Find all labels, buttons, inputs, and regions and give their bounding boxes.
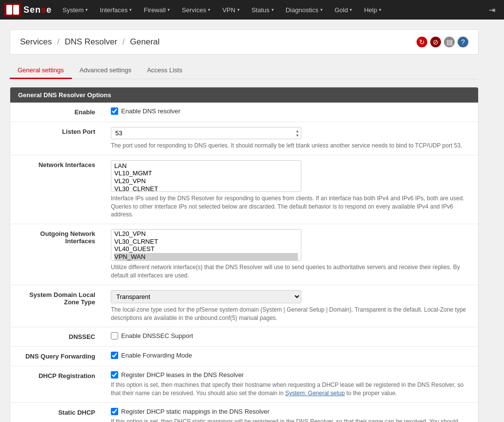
firewall-caret: ▾	[168, 7, 170, 12]
row-dns-query-forwarding: DNS Query Forwarding Enable Forwarding M…	[10, 347, 478, 366]
label-static-dhcp: Static DHCP	[10, 402, 103, 422]
value-network-interfaces: LAN VL10_MGMT VL20_VPN VL30_CLRNET Inter…	[103, 155, 478, 224]
interfaces-caret: ▾	[129, 7, 132, 12]
tabs-bar: General settings Advanced settings Acces…	[10, 63, 479, 79]
value-listen-port: ▲ ▼ The port used for responding to DNS …	[103, 122, 478, 155]
vpn-caret: ▾	[237, 7, 240, 12]
value-enable: Enable DNS resolver	[103, 103, 478, 122]
row-system-domain-zone-type: System Domain Local Zone Type Transparen…	[10, 285, 478, 327]
help-caret: ▾	[379, 7, 381, 12]
nav-services[interactable]: Services ▾	[176, 0, 216, 20]
form-table: Enable Enable DNS resolver Listen Port	[10, 103, 478, 422]
brand-name: Sense	[23, 5, 52, 15]
tab-advanced[interactable]: Advanced settings	[72, 63, 139, 79]
dns-query-forwarding-checkbox[interactable]	[111, 352, 118, 359]
navbar: Sense System ▾ Interfaces ▾ Firewall ▾ S…	[0, 0, 504, 20]
reload-button[interactable]: ↻	[417, 37, 427, 47]
spinner-arrows[interactable]: ▲ ▼	[295, 129, 299, 138]
tab-access-lists[interactable]: Access Lists	[139, 63, 190, 79]
label-dns-query-forwarding: DNS Query Forwarding	[10, 347, 103, 366]
log-button[interactable]: ▤	[444, 37, 455, 47]
value-outgoing-network-interfaces: VL20_VPN VL30_CLRNET VL40_GUEST VPN_WAN …	[103, 224, 478, 285]
value-system-domain-zone-type: Transparent The local-zone type used for…	[103, 285, 478, 327]
listen-port-input[interactable]	[111, 127, 301, 139]
row-dhcp-registration: DHCP Registration Register DHCP leases i…	[10, 366, 478, 403]
static-dhcp-help: If this option is set, then DHCP static …	[111, 418, 470, 422]
outgoing-interfaces-help: Utilize different network interface(s) t…	[111, 263, 470, 280]
label-dnssec: DNSSEC	[10, 327, 103, 347]
help-button[interactable]: ?	[458, 37, 468, 47]
row-network-interfaces: Network Interfaces LAN VL10_MGMT VL20_VP…	[10, 155, 478, 224]
network-interfaces-help: Interface IPs used by the DNS Resolver f…	[111, 194, 470, 219]
stop-button[interactable]: ⊘	[430, 37, 441, 47]
row-dnssec: DNSSEC Enable DNSSEC Support	[10, 327, 478, 347]
breadcrumb-part-2: DNS Resolver	[64, 37, 117, 46]
row-outgoing-network-interfaces: Outgoing Network Interfaces VL20_VPN VL3…	[10, 224, 478, 285]
main-content: General DNS Resolver Options Enable Enab…	[10, 87, 479, 422]
zone-type-select[interactable]: Transparent	[111, 290, 301, 303]
brand: Sense	[4, 3, 52, 17]
svg-rect-2	[6, 9, 12, 15]
breadcrumb: Services / DNS Resolver / General	[20, 37, 160, 47]
breadcrumb-actions: ↻ ⊘ ▤ ?	[417, 37, 468, 47]
nav-items: System ▾ Interfaces ▾ Firewall ▾ Service…	[57, 0, 484, 20]
nav-diagnostics[interactable]: Diagnostics ▾	[280, 0, 329, 20]
svg-rect-3	[13, 9, 19, 15]
tab-general[interactable]: General settings	[10, 63, 72, 79]
breadcrumb-bar: Services / DNS Resolver / General ↻ ⊘ ▤ …	[10, 29, 479, 55]
value-dns-query-forwarding: Enable Forwarding Mode	[103, 347, 478, 366]
nav-gold[interactable]: Gold ▾	[329, 0, 358, 20]
status-caret: ▾	[272, 7, 274, 12]
row-listen-port: Listen Port ▲ ▼ The port used for respon…	[10, 122, 478, 155]
label-network-interfaces: Network Interfaces	[10, 155, 103, 224]
label-outgoing-network-interfaces: Outgoing Network Interfaces	[10, 224, 103, 285]
static-dhcp-checkbox[interactable]	[111, 408, 118, 415]
dhcp-registration-link[interactable]: System: General setup	[285, 390, 345, 397]
zone-type-help: The local-zone type used for the pfSense…	[111, 306, 470, 322]
label-dhcp-registration: DHCP Registration	[10, 366, 103, 403]
value-static-dhcp: Register DHCP static mappings in the DNS…	[103, 402, 478, 422]
label-listen-port: Listen Port	[10, 122, 103, 155]
breadcrumb-part-1: Services	[20, 37, 52, 46]
value-dnssec: Enable DNSSEC Support	[103, 327, 478, 347]
network-interfaces-select[interactable]: LAN VL10_MGMT VL20_VPN VL30_CLRNET	[111, 160, 301, 192]
dnssec-checkbox[interactable]	[111, 332, 118, 339]
logo	[4, 3, 21, 17]
nav-system[interactable]: System ▾	[57, 0, 94, 20]
value-dhcp-registration: Register DHCP leases in the DNS Resolver…	[103, 366, 478, 403]
breadcrumb-sep-1: /	[57, 37, 60, 46]
nav-interfaces[interactable]: Interfaces ▾	[94, 0, 138, 20]
breadcrumb-part-3: General	[130, 37, 159, 46]
diagnostics-caret: ▾	[320, 7, 323, 12]
system-caret: ▾	[85, 7, 88, 12]
listen-port-help: The port used for responding to DNS quer…	[111, 142, 470, 150]
dhcp-registration-help: If this option is set, then machines tha…	[111, 381, 470, 398]
label-enable: Enable	[10, 103, 103, 122]
logout-button[interactable]: ⇥	[484, 5, 500, 15]
breadcrumb-sep-2: /	[123, 37, 125, 46]
services-caret: ▾	[208, 7, 210, 12]
nav-vpn[interactable]: VPN ▾	[216, 0, 246, 20]
outgoing-network-interfaces-select[interactable]: VL20_VPN VL30_CLRNET VL40_GUEST VPN_WAN	[111, 229, 301, 261]
section-header: General DNS Resolver Options	[10, 87, 478, 103]
enable-checkbox[interactable]	[111, 107, 118, 115]
label-system-domain-zone-type: System Domain Local Zone Type	[10, 285, 103, 327]
row-enable: Enable Enable DNS resolver	[10, 103, 478, 122]
nav-help[interactable]: Help ▾	[358, 0, 387, 20]
nav-status[interactable]: Status ▾	[246, 0, 280, 20]
dhcp-registration-checkbox[interactable]	[111, 371, 118, 379]
nav-firewall[interactable]: Firewall ▾	[138, 0, 176, 20]
gold-caret: ▾	[350, 7, 352, 12]
row-static-dhcp: Static DHCP Register DHCP static mapping…	[10, 402, 478, 422]
